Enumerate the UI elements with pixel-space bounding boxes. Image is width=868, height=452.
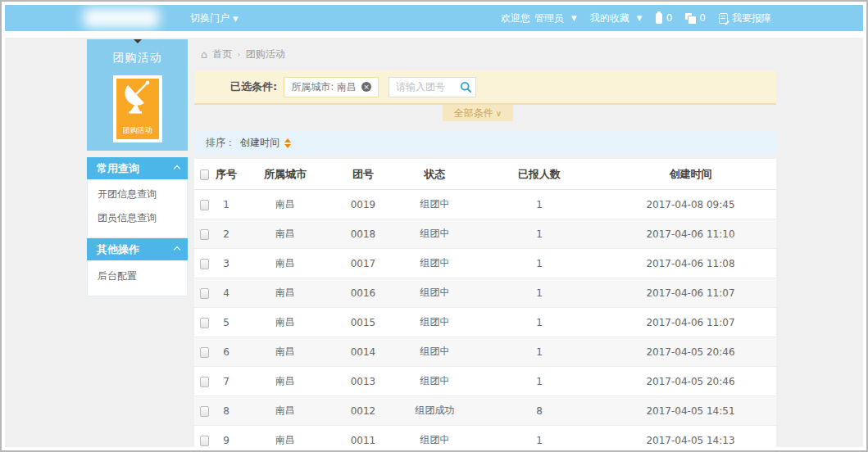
row-checkbox[interactable]: [200, 406, 209, 417]
section-title: 常用查询: [97, 162, 139, 174]
close-icon[interactable]: ×: [361, 82, 371, 92]
cell-joined-count: 8: [474, 405, 605, 417]
sidebar-item-member-info-query[interactable]: 团员信息查询: [88, 206, 187, 230]
cell-status: 组团中: [396, 227, 474, 241]
groups-table: 序号 所属城市 团号 状态 已报人数 创建时间 1 南昌 0019 组团中 1 …: [194, 159, 776, 452]
cell-group-no: 0014: [330, 346, 396, 358]
cell-group-no: 0018: [330, 228, 396, 240]
table-row[interactable]: 6 南昌 0014 组团中 1 2017-04-05 20:46: [194, 337, 776, 367]
table-row[interactable]: 3 南昌 0017 组团中 1 2017-04-06 11:08: [194, 249, 776, 278]
favorites-menu[interactable]: 我的收藏 ▼: [590, 11, 643, 25]
sidebar-section-body: 开团信息查询 团员信息查询: [87, 179, 188, 238]
cell-created-time: 2017-04-05 14:51: [605, 405, 776, 417]
cell-city: 南昌: [240, 374, 330, 388]
cell-group-no: 0013: [330, 376, 396, 387]
breadcrumb-separator-icon: ›: [237, 49, 240, 60]
cell-joined-count: 1: [474, 317, 605, 328]
row-checkbox[interactable]: [200, 229, 209, 240]
table-row[interactable]: 7 南昌 0013 组团中 1 2017-04-05 20:46: [194, 367, 776, 396]
cell-group-no: 0016: [330, 287, 396, 299]
app-icon-label: 团购活动: [116, 125, 159, 136]
topbar-right-group: 欢迎您 管理员 ▼ 我的收藏 ▼ 0 0 我要报障: [501, 5, 771, 31]
cell-created-time: 2017-04-06 11:08: [605, 258, 776, 269]
favorites-label: 我的收藏: [590, 11, 629, 25]
chevron-down-icon: ▼: [233, 15, 239, 23]
brand-logo: [84, 8, 159, 28]
chevron-down-icon: ▼: [637, 14, 643, 22]
sidebar-item-backend-config[interactable]: 后台配置: [88, 264, 187, 288]
message-icon: [685, 13, 695, 23]
row-checkbox[interactable]: [200, 377, 209, 387]
task-counter[interactable]: 0: [656, 12, 673, 24]
table-row[interactable]: 5 南昌 0015 组团中 1 2017-04-06 11:07: [194, 308, 776, 337]
table-header-row: 序号 所属城市 团号 状态 已报人数 创建时间: [194, 159, 776, 190]
report-fault-button[interactable]: 我要报障: [719, 11, 771, 25]
cell-status: 组团中: [396, 345, 474, 359]
cell-created-time: 2017-04-06 11:07: [605, 317, 776, 328]
breadcrumb-home[interactable]: 首页: [212, 47, 232, 61]
row-checkbox[interactable]: [200, 347, 209, 358]
row-checkbox[interactable]: [200, 436, 209, 446]
header-serial: 序号: [212, 167, 240, 182]
table-row[interactable]: 9 南昌 0011 组团中 1 2017-04-05 14:13: [194, 426, 776, 452]
cell-status: 组团中: [396, 374, 474, 388]
sidebar-item-open-group-query[interactable]: 开团信息查询: [88, 183, 187, 206]
cell-city: 南昌: [240, 345, 330, 359]
sort-field-created-time[interactable]: 创建时间: [240, 136, 279, 150]
cell-city: 南昌: [240, 197, 330, 211]
cell-joined-count: 1: [474, 258, 605, 269]
cell-joined-count: 1: [474, 287, 605, 299]
cell-serial: 8: [212, 405, 240, 417]
cell-created-time: 2017-04-05 20:46: [605, 346, 776, 358]
app-icon-card[interactable]: 团购活动: [113, 75, 162, 142]
cell-created-time: 2017-04-05 20:46: [605, 376, 776, 387]
sidebar-app-panel: 团购活动 团购活动: [87, 39, 188, 151]
user-menu[interactable]: 欢迎您 管理员 ▼: [501, 11, 577, 25]
cell-joined-count: 1: [474, 346, 605, 358]
sidebar-section-common-queries[interactable]: 常用查询: [87, 157, 188, 179]
table-row[interactable]: 2 南昌 0018 组团中 1 2017-04-06 11:10: [194, 219, 776, 249]
selected-notch-icon: [134, 39, 142, 43]
cell-group-no: 0012: [330, 405, 396, 417]
report-clipboard-icon: [719, 13, 728, 24]
cell-created-time: 2017-04-08 09:45: [605, 199, 776, 210]
row-checkbox[interactable]: [200, 288, 209, 299]
cell-status: 组团中: [396, 433, 474, 447]
select-all-checkbox[interactable]: [200, 170, 209, 180]
chevron-down-icon: ∨: [496, 109, 502, 118]
cell-created-time: 2017-04-05 14:13: [605, 435, 776, 446]
all-conditions-toggle[interactable]: 全部条件∨: [443, 105, 513, 121]
message-count: 0: [699, 12, 706, 24]
chevron-down-icon: ▼: [571, 14, 577, 22]
cell-created-time: 2017-04-06 11:07: [605, 287, 776, 299]
top-navbar: 切换门户▼ 欢迎您 管理员 ▼ 我的收藏 ▼ 0 0 我要报障: [5, 5, 863, 31]
cell-status: 组团中: [396, 197, 474, 211]
cell-status: 组团中: [396, 256, 474, 270]
breadcrumb-current: 团购活动: [246, 47, 285, 61]
cell-created-time: 2017-04-06 11:10: [605, 228, 776, 240]
search-button[interactable]: [460, 81, 472, 93]
row-checkbox[interactable]: [200, 200, 209, 210]
table-row[interactable]: 1 南昌 0019 组团中 1 2017-04-08 09:45: [194, 190, 776, 219]
table-row[interactable]: 8 南昌 0012 组团成功 8 2017-04-05 14:51: [194, 396, 776, 426]
sort-bar: 排序： 创建时间: [194, 131, 776, 155]
message-counter[interactable]: 0: [685, 12, 706, 24]
table-row[interactable]: 4 南昌 0016 组团中 1 2017-04-06 11:07: [194, 278, 776, 308]
sort-direction-icon[interactable]: [284, 138, 291, 148]
chevron-up-icon: [174, 165, 180, 172]
row-checkbox[interactable]: [200, 318, 209, 328]
sort-label: 排序：: [206, 136, 235, 150]
username-label: 管理员: [534, 11, 564, 25]
all-conditions-label: 全部条件: [454, 107, 493, 119]
sidebar-section-other-operations[interactable]: 其他操作: [87, 238, 188, 260]
portal-switcher-menu[interactable]: 切换门户▼: [190, 5, 239, 31]
cell-city: 南昌: [240, 404, 330, 418]
cell-joined-count: 1: [474, 228, 605, 240]
row-checkbox[interactable]: [200, 259, 209, 269]
cell-group-no: 0017: [330, 258, 396, 269]
selected-conditions-label: 已选条件:: [230, 79, 277, 94]
cell-city: 南昌: [240, 256, 330, 270]
chevron-up-icon: [174, 246, 180, 253]
sidebar-section-body: 后台配置: [87, 260, 188, 296]
header-status: 状态: [396, 167, 474, 182]
